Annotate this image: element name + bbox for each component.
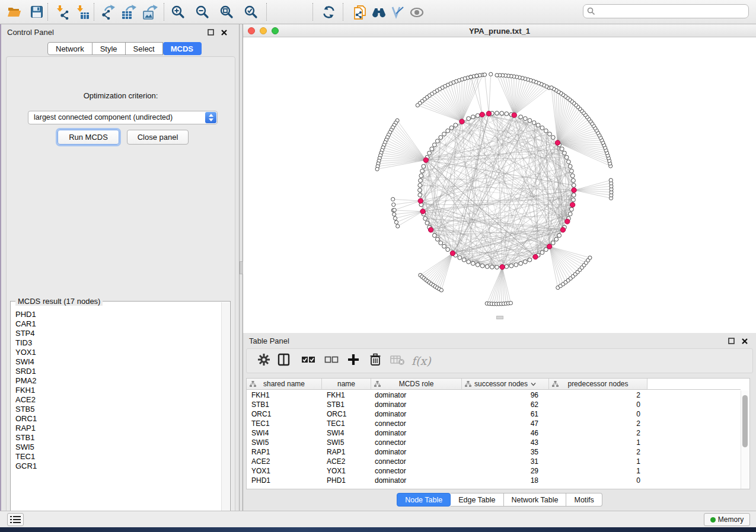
- column-header-MCDS-role[interactable]: MCDS role: [371, 379, 462, 390]
- tab-mcds[interactable]: MCDS: [163, 42, 202, 55]
- mcds-hub-node[interactable]: [547, 244, 551, 249]
- mcds-result-item[interactable]: RAP1: [15, 424, 217, 433]
- select-all-button[interactable]: [301, 353, 317, 370]
- column-header-shared-name[interactable]: shared name: [247, 379, 322, 390]
- mcds-hub-node[interactable]: [450, 251, 455, 255]
- mcds-result-item[interactable]: TEC1: [15, 452, 217, 462]
- mcds-hub-node[interactable]: [565, 219, 570, 224]
- column-header-predecessor-nodes[interactable]: predecessor nodes: [549, 379, 647, 390]
- mcds-result-item[interactable]: STB5: [15, 405, 217, 414]
- table-row[interactable]: SWI5SWI5connector431: [247, 438, 741, 447]
- mcds-result-item[interactable]: PMA2: [15, 376, 217, 386]
- table-row[interactable]: YOX1YOX1connector291: [247, 466, 741, 476]
- show-columns-button[interactable]: [277, 353, 291, 370]
- mcds-result-item[interactable]: SWI4: [15, 357, 217, 367]
- new-network-from-selection-button[interactable]: [350, 2, 369, 21]
- show-details-button[interactable]: [407, 2, 426, 21]
- network-canvas[interactable]: [244, 37, 755, 332]
- mcds-hub-node[interactable]: [572, 188, 576, 193]
- mcds-result-list[interactable]: PHD1CAR1STP4TID3YOX1SWI4SRD1PMA2FKH1ACE2…: [15, 310, 217, 471]
- export-network-button[interactable]: [98, 2, 117, 21]
- tab-select[interactable]: Select: [126, 42, 163, 55]
- float-panel-icon[interactable]: [207, 28, 215, 37]
- table-row[interactable]: TEC1TEC1connector472: [247, 419, 741, 428]
- memory-button[interactable]: Memory: [704, 513, 750, 526]
- table-row[interactable]: SWI4SWI4dominator462: [247, 428, 741, 438]
- table-settings-button[interactable]: [257, 353, 270, 370]
- open-file-button[interactable]: [5, 2, 24, 21]
- mcds-result-item[interactable]: TID3: [15, 338, 217, 348]
- mcds-hub-node[interactable]: [418, 198, 423, 203]
- tab-motifs[interactable]: Motifs: [566, 493, 602, 507]
- table-row[interactable]: ORC1ORC1dominator610: [247, 409, 741, 419]
- panel-list-button[interactable]: [7, 513, 24, 526]
- import-network-button[interactable]: [52, 2, 71, 21]
- zoom-in-button[interactable]: [168, 2, 187, 21]
- mcds-hub-node[interactable]: [555, 140, 560, 145]
- close-panel-button[interactable]: Close panel: [127, 130, 189, 145]
- run-mcds-button[interactable]: Run MCDS: [58, 130, 119, 145]
- column-header-name[interactable]: name: [322, 379, 371, 390]
- apply-layout-button[interactable]: [319, 2, 338, 21]
- mcds-hub-node[interactable]: [423, 158, 428, 162]
- float-panel-icon[interactable]: [728, 337, 736, 345]
- mcds-hub-node[interactable]: [460, 119, 464, 124]
- network-window-titlebar[interactable]: YPA_prune.txt_1: [243, 24, 756, 37]
- mcds-hub-node[interactable]: [486, 111, 491, 116]
- table-scrollbar[interactable]: [741, 390, 749, 489]
- table-row[interactable]: RAP1RAP1dominator352: [247, 447, 741, 457]
- mcds-result-item[interactable]: FKH1: [15, 386, 217, 395]
- table-row[interactable]: PHD1PHD1dominator180: [247, 476, 741, 485]
- mcds-hub-node[interactable]: [428, 227, 433, 232]
- table-row[interactable]: ACE2ACE2connector311: [247, 457, 741, 466]
- add-row-button[interactable]: [347, 353, 360, 370]
- mcds-result-item[interactable]: SRD1: [15, 367, 217, 376]
- mcds-result-item[interactable]: ORC1: [15, 414, 217, 424]
- first-neighbors-button[interactable]: [369, 2, 388, 21]
- mcds-result-item[interactable]: PHD1: [15, 310, 217, 319]
- search-input[interactable]: [583, 4, 749, 18]
- import-table-button[interactable]: [72, 2, 91, 21]
- mcds-result-item[interactable]: GCR1: [15, 462, 217, 471]
- mcds-result-item[interactable]: STB1: [15, 433, 217, 443]
- save-session-button[interactable]: [27, 2, 46, 21]
- export-image-button[interactable]: [140, 2, 159, 21]
- mcds-hub-node[interactable]: [420, 209, 425, 214]
- mcds-result-item[interactable]: CAR1: [15, 319, 217, 329]
- mcds-hub-node[interactable]: [570, 203, 575, 207]
- network-graph[interactable]: [244, 37, 755, 332]
- zoom-out-button[interactable]: [193, 2, 212, 21]
- table-cell: 1: [549, 457, 647, 466]
- mcds-hub-node[interactable]: [533, 254, 538, 259]
- mcds-hub-node[interactable]: [512, 113, 516, 117]
- zoom-fit-button[interactable]: [217, 2, 236, 21]
- delete-table-button[interactable]: [390, 353, 406, 370]
- tab-node-table[interactable]: Node Table: [397, 493, 451, 507]
- close-panel-icon[interactable]: [741, 337, 749, 345]
- tab-edge-table[interactable]: Edge Table: [451, 493, 503, 507]
- mcds-hub-node[interactable]: [480, 112, 484, 117]
- tab-style[interactable]: Style: [92, 42, 126, 55]
- mcds-result-item[interactable]: ACE2: [15, 395, 217, 405]
- table-row[interactable]: STB1STB1dominator620: [247, 400, 741, 409]
- mcds-hub-node[interactable]: [560, 227, 565, 232]
- hide-details-button[interactable]: [388, 2, 407, 21]
- function-builder-button[interactable]: f(x): [412, 353, 431, 370]
- close-panel-icon[interactable]: [220, 28, 228, 37]
- delete-row-button[interactable]: [369, 353, 381, 370]
- column-header-successor-nodes[interactable]: successor nodes: [462, 379, 549, 390]
- mcds-result-item[interactable]: YOX1: [15, 348, 217, 357]
- tab-network[interactable]: Network: [47, 42, 92, 55]
- table-row[interactable]: FKH1FKH1dominator962: [247, 390, 741, 400]
- zoom-selected-button[interactable]: [241, 2, 260, 21]
- mcds-result-item[interactable]: STP4: [15, 329, 217, 338]
- export-table-button[interactable]: [119, 2, 138, 21]
- optimization-criterion-select[interactable]: largest connected component (undirected): [28, 111, 218, 124]
- mcds-result-item[interactable]: SWI5: [15, 443, 217, 452]
- horizontal-splitter-handle[interactable]: [496, 316, 503, 319]
- mcds-list-scrollbar[interactable]: [221, 302, 229, 520]
- tab-network-table[interactable]: Network Table: [504, 493, 567, 507]
- scrollbar-thumb[interactable]: [742, 395, 748, 447]
- mcds-hub-node[interactable]: [500, 264, 505, 269]
- deselect-all-button[interactable]: [324, 353, 340, 370]
